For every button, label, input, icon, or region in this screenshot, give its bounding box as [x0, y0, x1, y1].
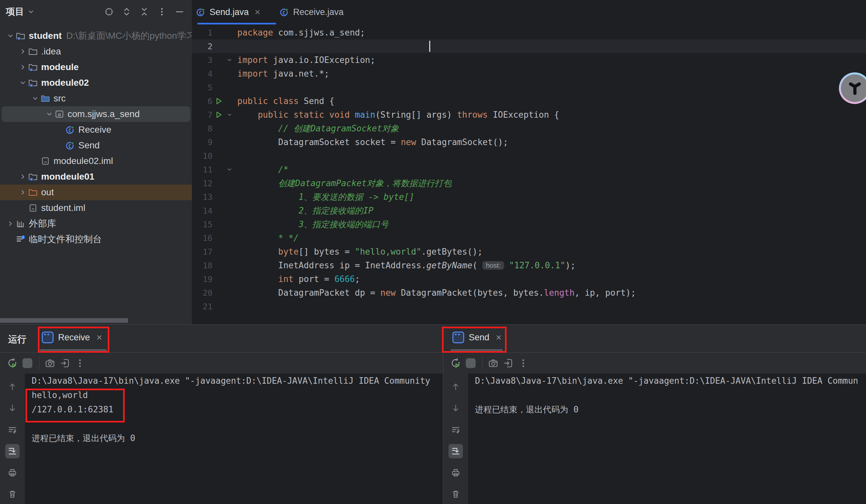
code-line-9[interactable]: 9 DatagramSocket socket = new DatagramSo…	[192, 135, 866, 149]
code-line-4[interactable]: 4import java.net.*;	[192, 67, 866, 81]
code-editor[interactable]: 1package com.sjjws.a_send;23import java.…	[192, 24, 866, 324]
attach-to-process-icon[interactable]	[60, 358, 70, 368]
close-tab-icon[interactable]: ×	[255, 7, 260, 17]
code-line-18[interactable]: 18 InetAddress ip = InetAddress.getByNam…	[192, 259, 866, 272]
tree-item-student[interactable]: studentD:\新桌面\MC小杨的python学习文	[0, 28, 192, 44]
code-line-17[interactable]: 17 byte[] bytes = "hello,world".getBytes…	[192, 245, 866, 259]
chevron-down-icon[interactable]	[45, 110, 53, 118]
tree-item-外部库[interactable]: 外部库	[0, 216, 192, 231]
tree-item-.idea[interactable]: .idea	[0, 44, 192, 59]
project-tree-horizontal-scrollbar[interactable]	[0, 318, 128, 323]
chevron-down-icon[interactable]	[19, 79, 27, 87]
tree-item-modeule[interactable]: modeule	[0, 59, 192, 75]
rerun-icon[interactable]	[451, 358, 461, 368]
tree-item-label: mondeule01	[41, 171, 95, 182]
code-line-15[interactable]: 15 3、指定接收端的端口号	[192, 217, 866, 231]
code-line-3[interactable]: 3import java.io.IOException;	[192, 53, 866, 67]
chevron-right-icon[interactable]	[7, 220, 14, 228]
run-panel-title[interactable]: 运行	[8, 333, 26, 346]
print-icon[interactable]	[448, 466, 463, 480]
tree-item-out[interactable]: out	[0, 184, 192, 200]
more-options-icon[interactable]	[157, 7, 167, 17]
hide-panel-icon[interactable]	[174, 7, 185, 17]
clear-console-icon[interactable]	[448, 487, 463, 501]
tree-item-label: 外部库	[29, 217, 56, 230]
stop-icon[interactable]	[22, 358, 33, 368]
code-line-6[interactable]: 6public class Send {	[192, 94, 866, 108]
code-line-20[interactable]: 20 DatagramPacket dp = new DatagramPacke…	[192, 286, 866, 300]
tree-item-mondeule01[interactable]: mondeule01	[0, 169, 192, 184]
fold-region-icon[interactable]	[225, 112, 233, 118]
svg-text:C: C	[282, 10, 285, 16]
run-toolbar	[0, 353, 443, 374]
expand-all-icon[interactable]	[121, 7, 132, 17]
prev-occurrence-icon[interactable]	[448, 379, 463, 394]
chevron-down-icon[interactable]	[7, 32, 14, 40]
tab-receive-java[interactable]: C Receive.java	[279, 0, 344, 24]
chevron-down-icon[interactable]	[27, 8, 35, 15]
tree-item-Send[interactable]: CSend	[0, 138, 192, 153]
thread-dump-camera-icon[interactable]	[488, 358, 498, 368]
code-text: InetAddress ip = InetAddress.getByName( …	[237, 261, 576, 270]
editor-tab-bar: C Send.java × C Receive.java	[192, 0, 866, 25]
chevron-right-icon[interactable]	[19, 188, 27, 196]
chevron-right-icon[interactable]	[19, 63, 27, 71]
code-text: * */	[237, 233, 299, 243]
code-line-14[interactable]: 14 2、指定接收端的IP	[192, 204, 866, 217]
fold-region-icon[interactable]	[225, 167, 233, 172]
tab-label: Receive.java	[293, 7, 344, 17]
run-gutter-icon[interactable]	[212, 97, 225, 105]
print-icon[interactable]	[5, 466, 20, 480]
svg-text:C: C	[199, 10, 202, 16]
run-gutter-icon[interactable]	[212, 111, 225, 119]
collapse-all-icon[interactable]	[139, 7, 149, 17]
next-occurrence-icon[interactable]	[5, 401, 20, 415]
tree-item-临时文件和控制台[interactable]: 临时文件和控制台	[0, 231, 192, 247]
console-send[interactable]: D:\Java8\Java-17\bin\java.exe "-javaagen…	[443, 374, 866, 504]
tree-item-com.sjjws.a_send[interactable]: com.sjjws.a_send	[2, 106, 190, 122]
locate-file-icon[interactable]	[104, 7, 114, 17]
next-occurrence-icon[interactable]	[448, 401, 463, 415]
tree-item-src[interactable]: src	[0, 91, 192, 106]
soft-wrap-icon[interactable]	[5, 423, 20, 437]
rerun-icon[interactable]	[7, 358, 18, 368]
tree-item-Receive[interactable]: CReceive	[0, 122, 192, 138]
code-line-13[interactable]: 13 1、要发送的数据 -> byte[]	[192, 190, 866, 204]
code-line-7[interactable]: 7 public static void main(String[] args)…	[192, 108, 866, 122]
code-text: import java.io.IOException;	[237, 55, 375, 65]
chevron-down-icon[interactable]	[31, 94, 39, 102]
tree-item-modeule02.iml[interactable]: modeule02.iml	[0, 153, 192, 169]
code-line-11[interactable]: 11 /*	[192, 163, 866, 176]
clear-console-icon[interactable]	[5, 487, 20, 501]
code-line-1[interactable]: 1package com.sjjws.a_send;	[192, 26, 866, 39]
tree-item-student.iml[interactable]: student.iml	[0, 200, 192, 216]
code-line-12[interactable]: 12 创建DatagramPacket对象，将数据进行打包	[192, 176, 866, 190]
scroll-to-end-icon[interactable]	[5, 444, 20, 458]
tree-item-label: out	[41, 187, 54, 197]
code-line-2[interactable]: 2	[192, 39, 866, 53]
code-line-10[interactable]: 10	[192, 149, 866, 163]
code-line-8[interactable]: 8 // 创建DatagramSocket对象	[192, 122, 866, 135]
toolbar-separator	[39, 357, 40, 370]
fold-region-icon[interactable]	[225, 57, 233, 63]
code-line-16[interactable]: 16 * */	[192, 231, 866, 245]
tree-item-modeule02[interactable]: modeule02	[0, 75, 192, 91]
console-gutter	[443, 374, 468, 504]
stop-icon[interactable]	[466, 358, 476, 368]
scroll-to-end-icon[interactable]	[448, 444, 463, 458]
chevron-right-icon[interactable]	[19, 48, 27, 55]
code-line-5[interactable]: 5	[192, 81, 866, 94]
tab-send-java[interactable]: C Send.java ×	[196, 0, 260, 24]
code-line-21[interactable]: 21	[192, 300, 866, 313]
code-line-19[interactable]: 19 int port = 6666;	[192, 272, 866, 286]
project-panel-title[interactable]: 项目	[6, 5, 24, 18]
more-options-icon[interactable]	[75, 358, 85, 368]
soft-wrap-icon[interactable]	[448, 423, 463, 437]
more-options-icon[interactable]	[518, 358, 529, 368]
chevron-right-icon[interactable]	[19, 173, 27, 181]
package-icon	[55, 109, 64, 119]
attach-to-process-icon[interactable]	[503, 358, 513, 368]
run-tool-window: 运行 Receive ×	[0, 324, 866, 504]
thread-dump-camera-icon[interactable]	[45, 358, 55, 368]
prev-occurrence-icon[interactable]	[5, 379, 20, 394]
